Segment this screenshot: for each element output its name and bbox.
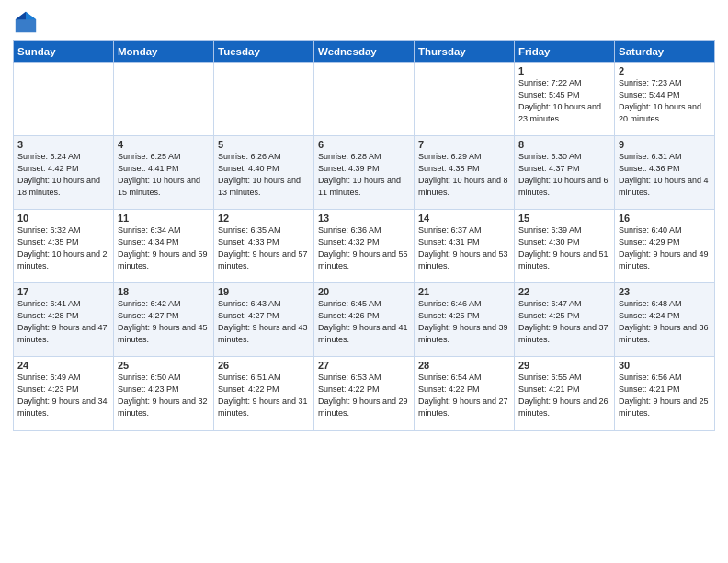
day-number: 23: [619, 286, 711, 297]
calendar-cell: 13Sunrise: 6:36 AM Sunset: 4:32 PM Dayli…: [314, 210, 415, 283]
logo-icon: [13, 9, 39, 35]
day-info: Sunrise: 7:22 AM Sunset: 5:45 PM Dayligh…: [518, 77, 610, 125]
day-number: 1: [518, 65, 610, 76]
calendar-cell: 11Sunrise: 6:34 AM Sunset: 4:34 PM Dayli…: [114, 210, 214, 283]
day-number: 16: [619, 213, 711, 224]
day-info: Sunrise: 6:50 AM Sunset: 4:23 PM Dayligh…: [118, 372, 210, 419]
weekday-header: Thursday: [415, 41, 515, 63]
day-number: 15: [518, 213, 610, 224]
calendar-week-row: 10Sunrise: 6:32 AM Sunset: 4:35 PM Dayli…: [14, 210, 715, 283]
day-info: Sunrise: 6:43 AM Sunset: 4:27 PM Dayligh…: [218, 298, 310, 346]
calendar-cell: [14, 63, 114, 136]
day-number: 13: [318, 213, 410, 224]
calendar-cell: 30Sunrise: 6:56 AM Sunset: 4:21 PM Dayli…: [615, 357, 715, 431]
calendar-cell: 14Sunrise: 6:37 AM Sunset: 4:31 PM Dayli…: [415, 210, 515, 283]
calendar-cell: 15Sunrise: 6:39 AM Sunset: 4:30 PM Dayli…: [515, 210, 615, 283]
calendar-cell: 6Sunrise: 6:28 AM Sunset: 4:39 PM Daylig…: [314, 136, 415, 210]
calendar-cell: 3Sunrise: 6:24 AM Sunset: 4:42 PM Daylig…: [14, 136, 114, 210]
calendar-cell: 10Sunrise: 6:32 AM Sunset: 4:35 PM Dayli…: [14, 210, 114, 283]
calendar-cell: 17Sunrise: 6:41 AM Sunset: 4:28 PM Dayli…: [14, 283, 114, 357]
day-info: Sunrise: 6:26 AM Sunset: 4:40 PM Dayligh…: [218, 151, 310, 199]
calendar-cell: 21Sunrise: 6:46 AM Sunset: 4:25 PM Dayli…: [415, 283, 515, 357]
day-info: Sunrise: 6:53 AM Sunset: 4:22 PM Dayligh…: [318, 372, 410, 419]
day-info: Sunrise: 6:31 AM Sunset: 4:36 PM Dayligh…: [619, 151, 711, 199]
calendar-cell: 7Sunrise: 6:29 AM Sunset: 4:38 PM Daylig…: [415, 136, 515, 210]
day-info: Sunrise: 6:39 AM Sunset: 4:30 PM Dayligh…: [518, 224, 610, 272]
calendar-cell: [314, 63, 415, 136]
calendar-cell: 23Sunrise: 6:48 AM Sunset: 4:24 PM Dayli…: [615, 283, 715, 357]
day-number: 11: [118, 213, 210, 224]
day-info: Sunrise: 6:32 AM Sunset: 4:35 PM Dayligh…: [17, 224, 109, 272]
day-info: Sunrise: 6:29 AM Sunset: 4:38 PM Dayligh…: [418, 151, 510, 199]
svg-marker-1: [26, 12, 36, 19]
calendar-cell: 19Sunrise: 6:43 AM Sunset: 4:27 PM Dayli…: [214, 283, 314, 357]
day-info: Sunrise: 6:30 AM Sunset: 4:37 PM Dayligh…: [518, 151, 610, 199]
calendar-cell: 12Sunrise: 6:35 AM Sunset: 4:33 PM Dayli…: [214, 210, 314, 283]
day-info: Sunrise: 6:48 AM Sunset: 4:24 PM Dayligh…: [619, 298, 711, 346]
calendar-cell: 27Sunrise: 6:53 AM Sunset: 4:22 PM Dayli…: [314, 357, 415, 431]
calendar-cell: 8Sunrise: 6:30 AM Sunset: 4:37 PM Daylig…: [515, 136, 615, 210]
day-number: 21: [418, 286, 510, 297]
day-number: 6: [318, 139, 410, 150]
day-info: Sunrise: 6:51 AM Sunset: 4:22 PM Dayligh…: [218, 372, 310, 419]
calendar-cell: 4Sunrise: 6:25 AM Sunset: 4:41 PM Daylig…: [114, 136, 214, 210]
weekday-header-row: SundayMondayTuesdayWednesdayThursdayFrid…: [14, 41, 715, 63]
calendar-cell: 20Sunrise: 6:45 AM Sunset: 4:26 PM Dayli…: [314, 283, 415, 357]
day-info: Sunrise: 6:45 AM Sunset: 4:26 PM Dayligh…: [318, 298, 410, 346]
day-info: Sunrise: 6:41 AM Sunset: 4:28 PM Dayligh…: [17, 298, 109, 346]
day-number: 26: [218, 360, 310, 371]
day-info: Sunrise: 6:40 AM Sunset: 4:29 PM Dayligh…: [619, 224, 711, 272]
day-number: 30: [619, 360, 711, 371]
day-number: 9: [619, 139, 711, 150]
day-info: Sunrise: 6:55 AM Sunset: 4:21 PM Dayligh…: [518, 372, 610, 419]
calendar-cell: 22Sunrise: 6:47 AM Sunset: 4:25 PM Dayli…: [515, 283, 615, 357]
svg-marker-2: [16, 12, 26, 19]
weekday-header: Sunday: [14, 41, 114, 63]
day-info: Sunrise: 6:36 AM Sunset: 4:32 PM Dayligh…: [318, 224, 410, 272]
day-number: 7: [418, 139, 510, 150]
calendar-cell: 29Sunrise: 6:55 AM Sunset: 4:21 PM Dayli…: [515, 357, 615, 431]
day-number: 29: [518, 360, 610, 371]
day-number: 3: [17, 139, 109, 150]
logo: [13, 9, 42, 35]
day-number: 10: [17, 213, 109, 224]
calendar-cell: 24Sunrise: 6:49 AM Sunset: 4:23 PM Dayli…: [14, 357, 114, 431]
calendar-cell: 2Sunrise: 7:23 AM Sunset: 5:44 PM Daylig…: [615, 63, 715, 136]
day-number: 5: [218, 139, 310, 150]
weekday-header: Friday: [515, 41, 615, 63]
day-number: 27: [318, 360, 410, 371]
weekday-header: Wednesday: [314, 41, 415, 63]
day-info: Sunrise: 6:42 AM Sunset: 4:27 PM Dayligh…: [118, 298, 210, 346]
calendar-week-row: 1Sunrise: 7:22 AM Sunset: 5:45 PM Daylig…: [14, 63, 715, 136]
day-info: Sunrise: 6:49 AM Sunset: 4:23 PM Dayligh…: [17, 372, 109, 419]
day-info: Sunrise: 6:25 AM Sunset: 4:41 PM Dayligh…: [118, 151, 210, 199]
calendar-cell: 26Sunrise: 6:51 AM Sunset: 4:22 PM Dayli…: [214, 357, 314, 431]
calendar-table: SundayMondayTuesdayWednesdayThursdayFrid…: [13, 40, 715, 431]
day-info: Sunrise: 6:24 AM Sunset: 4:42 PM Dayligh…: [17, 151, 109, 199]
day-number: 28: [418, 360, 510, 371]
day-number: 25: [118, 360, 210, 371]
day-number: 19: [218, 286, 310, 297]
day-info: Sunrise: 6:46 AM Sunset: 4:25 PM Dayligh…: [418, 298, 510, 346]
weekday-header: Monday: [114, 41, 214, 63]
day-number: 17: [17, 286, 109, 297]
calendar-cell: 1Sunrise: 7:22 AM Sunset: 5:45 PM Daylig…: [515, 63, 615, 136]
calendar-cell: 18Sunrise: 6:42 AM Sunset: 4:27 PM Dayli…: [114, 283, 214, 357]
weekday-header: Saturday: [615, 41, 715, 63]
day-number: 14: [418, 213, 510, 224]
day-number: 12: [218, 213, 310, 224]
day-info: Sunrise: 6:47 AM Sunset: 4:25 PM Dayligh…: [518, 298, 610, 346]
day-info: Sunrise: 7:23 AM Sunset: 5:44 PM Dayligh…: [619, 77, 711, 125]
calendar-week-row: 3Sunrise: 6:24 AM Sunset: 4:42 PM Daylig…: [14, 136, 715, 210]
day-number: 8: [518, 139, 610, 150]
day-number: 4: [118, 139, 210, 150]
day-info: Sunrise: 6:35 AM Sunset: 4:33 PM Dayligh…: [218, 224, 310, 272]
day-info: Sunrise: 6:37 AM Sunset: 4:31 PM Dayligh…: [418, 224, 510, 272]
calendar-cell: [114, 63, 214, 136]
calendar-week-row: 24Sunrise: 6:49 AM Sunset: 4:23 PM Dayli…: [14, 357, 715, 431]
day-number: 2: [619, 65, 711, 76]
calendar-cell: 28Sunrise: 6:54 AM Sunset: 4:22 PM Dayli…: [415, 357, 515, 431]
day-number: 18: [118, 286, 210, 297]
calendar-cell: 16Sunrise: 6:40 AM Sunset: 4:29 PM Dayli…: [615, 210, 715, 283]
calendar-cell: [214, 63, 314, 136]
